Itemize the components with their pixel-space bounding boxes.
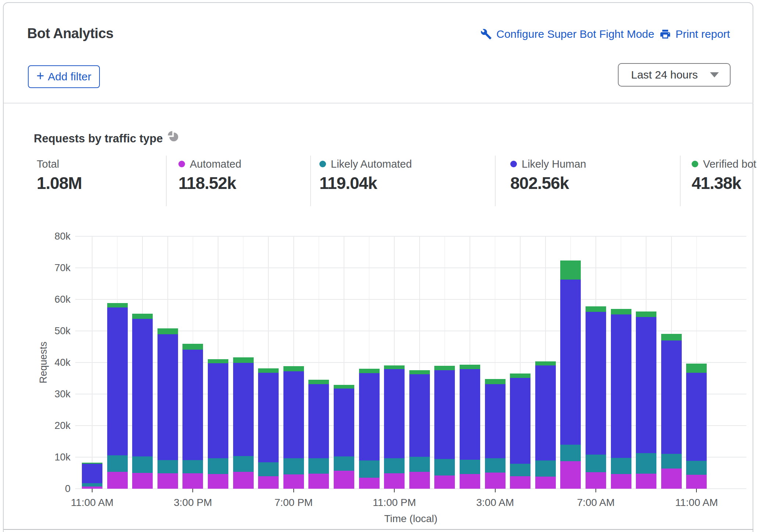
bar-segment-likely-automated[interactable] (359, 460, 380, 477)
bar-10am[interactable] (661, 334, 682, 489)
bar-segment-automated[interactable] (258, 476, 279, 489)
bar-segment-verified-bot[interactable] (182, 344, 203, 349)
bar-segment-automated[interactable] (611, 474, 631, 489)
bar-segment-likely-automated[interactable] (409, 457, 430, 472)
bar-segment-automated[interactable] (208, 474, 228, 489)
bar-segment-verified-bot[interactable] (384, 365, 405, 369)
bar-segment-verified-bot[interactable] (157, 328, 178, 334)
bar-segment-likely-human[interactable] (182, 350, 203, 460)
bar-segment-likely-human[interactable] (157, 334, 178, 460)
bar-6pm[interactable] (258, 368, 279, 489)
bar-segment-likely-automated[interactable] (334, 456, 354, 471)
bar-segment-likely-automated[interactable] (460, 460, 480, 474)
bar-segment-verified-bot[interactable] (132, 314, 153, 319)
add-filter-button[interactable]: + Add filter (28, 65, 100, 88)
bar-11pm[interactable] (384, 365, 405, 489)
bar-segment-automated[interactable] (535, 477, 556, 489)
bar-1am[interactable] (434, 366, 455, 489)
bar-segment-verified-bot[interactable] (233, 357, 254, 363)
bar-segment-likely-automated[interactable] (636, 453, 656, 474)
bar-segment-likely-human[interactable] (208, 363, 228, 459)
bar-segment-likely-automated[interactable] (107, 455, 128, 472)
bar-segment-likely-human[interactable] (586, 312, 606, 455)
bar-segment-likely-human[interactable] (686, 373, 707, 461)
bar-segment-likely-automated[interactable] (132, 456, 153, 473)
bar-8am[interactable] (611, 309, 631, 489)
bar-segment-verified-bot[interactable] (359, 369, 380, 373)
bar-segment-likely-automated[interactable] (82, 483, 102, 487)
bar-segment-automated[interactable] (157, 473, 178, 489)
bar-segment-likely-human[interactable] (82, 464, 102, 483)
bar-segment-automated[interactable] (460, 474, 480, 489)
bar-segment-automated[interactable] (485, 473, 506, 489)
bar-segment-automated[interactable] (636, 474, 656, 489)
bar-segment-likely-automated[interactable] (510, 464, 530, 476)
bar-segment-automated[interactable] (233, 472, 254, 489)
bar-segment-verified-bot[interactable] (308, 380, 329, 384)
bar-segment-likely-automated[interactable] (384, 458, 405, 473)
bar-7pm[interactable] (283, 366, 304, 489)
bar-4am[interactable] (510, 374, 530, 489)
bar-segment-likely-automated[interactable] (283, 458, 304, 475)
bar-segment-likely-human[interactable] (384, 369, 405, 458)
print-report-link[interactable]: Print report (659, 28, 730, 40)
bar-segment-likely-human[interactable] (107, 307, 128, 455)
bar-segment-likely-automated[interactable] (434, 459, 455, 475)
bar-1pm[interactable] (132, 314, 153, 489)
bar-10pm[interactable] (359, 369, 380, 489)
bar-segment-likely-human[interactable] (233, 363, 254, 456)
bar-9pm[interactable] (334, 385, 354, 489)
bar-segment-likely-automated[interactable] (535, 460, 556, 477)
bar-3pm[interactable] (182, 344, 203, 489)
bar-segment-likely-human[interactable] (132, 319, 153, 456)
bar-segment-likely-human[interactable] (560, 280, 581, 445)
configure-super-bot-fight-mode-link[interactable]: Configure Super Bot Fight Mode (480, 28, 654, 40)
bar-segment-likely-human[interactable] (258, 373, 279, 462)
bar-segment-verified-bot[interactable] (661, 334, 682, 340)
bar-segment-verified-bot[interactable] (510, 374, 530, 378)
bar-segment-likely-automated[interactable] (611, 458, 631, 474)
bar-segment-verified-bot[interactable] (636, 311, 656, 317)
bar-segment-likely-automated[interactable] (586, 455, 606, 472)
bar-segment-likely-human[interactable] (308, 384, 329, 458)
bar-segment-verified-bot[interactable] (107, 303, 128, 307)
bar-12pm[interactable] (107, 303, 128, 489)
bar-segment-verified-bot[interactable] (283, 366, 304, 371)
bar-segment-automated[interactable] (686, 475, 707, 489)
bar-segment-verified-bot[interactable] (258, 368, 279, 373)
bar-11am[interactable] (82, 463, 102, 489)
bar-segment-verified-bot[interactable] (535, 361, 556, 365)
bar-segment-automated[interactable] (510, 476, 530, 489)
bar-segment-likely-human[interactable] (611, 314, 631, 458)
bar-9am[interactable] (636, 311, 656, 489)
bar-segment-automated[interactable] (283, 474, 304, 489)
bar-segment-automated[interactable] (359, 478, 380, 489)
bar-segment-likely-human[interactable] (434, 370, 455, 459)
bar-segment-likely-human[interactable] (485, 384, 506, 458)
bar-segment-verified-bot[interactable] (460, 365, 480, 369)
bar-segment-likely-automated[interactable] (308, 458, 329, 473)
bar-3am[interactable] (485, 379, 506, 489)
bar-segment-likely-human[interactable] (359, 373, 380, 460)
bar-segment-automated[interactable] (560, 461, 581, 489)
bar-segment-verified-bot[interactable] (611, 309, 631, 314)
bar-2pm[interactable] (157, 328, 178, 489)
bar-segment-verified-bot[interactable] (208, 359, 228, 363)
bar-12am[interactable] (409, 370, 430, 489)
bar-segment-verified-bot[interactable] (485, 379, 506, 385)
bar-segment-likely-automated[interactable] (560, 445, 581, 462)
bar-segment-verified-bot[interactable] (560, 260, 581, 280)
bar-segment-likely-automated[interactable] (258, 462, 279, 477)
bar-segment-likely-automated[interactable] (182, 460, 203, 473)
bar-segment-automated[interactable] (182, 473, 203, 489)
bar-segment-automated[interactable] (384, 473, 405, 489)
bar-2am[interactable] (460, 365, 480, 489)
bar-5am[interactable] (535, 361, 556, 489)
bar-segment-likely-automated[interactable] (686, 461, 707, 475)
bar-segment-automated[interactable] (586, 472, 606, 489)
time-range-dropdown[interactable]: Last 24 hours (618, 63, 731, 87)
bar-segment-likely-human[interactable] (636, 317, 656, 453)
bar-segment-automated[interactable] (107, 472, 128, 489)
bar-segment-verified-bot[interactable] (686, 364, 707, 372)
bar-segment-likely-automated[interactable] (157, 460, 178, 473)
